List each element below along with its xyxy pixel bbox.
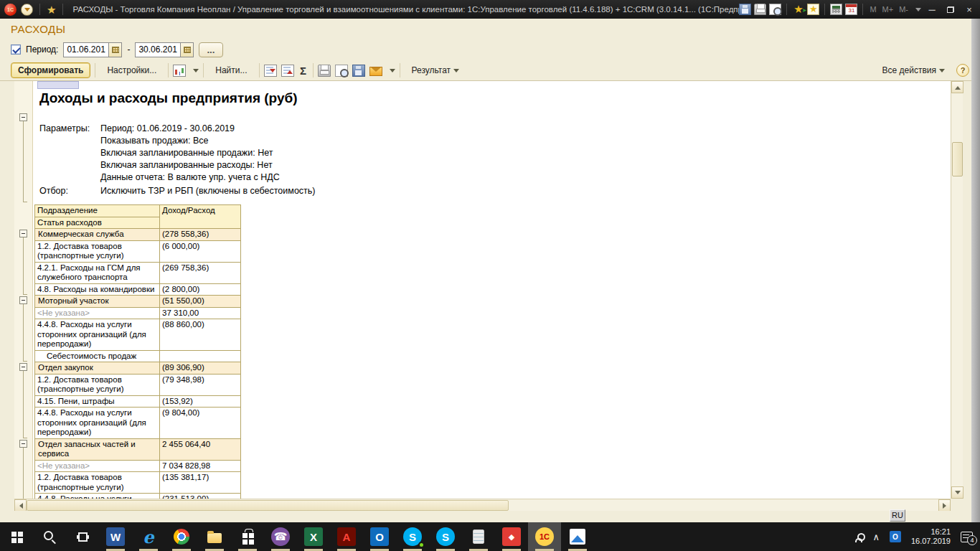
table-row[interactable]: 4.4.8. Расходы на услуги сторонних орган… xyxy=(35,494,241,499)
horizontal-scroll-thumb[interactable] xyxy=(27,500,509,511)
table-row[interactable]: <Не указана>7 034 828,98 xyxy=(35,460,241,472)
outlook-icon[interactable]: O xyxy=(363,522,396,551)
cell-expense-item[interactable]: Отдел закупок xyxy=(35,362,160,375)
table-row[interactable]: 4.4.8. Расходы на услуги сторонних орган… xyxy=(35,408,241,439)
1c-app-icon[interactable]: 1С xyxy=(4,4,17,16)
result-menu-button[interactable]: Результат xyxy=(405,62,467,78)
cell-amount[interactable]: 7 034 828,98 xyxy=(160,460,241,472)
cell-expense-item[interactable]: 1.2. Доставка товаров (транспортные услу… xyxy=(35,240,160,262)
collapse-group-toggle[interactable] xyxy=(19,296,27,304)
cell-expense-item[interactable]: 4.4.8. Расходы на услуги сторонних орган… xyxy=(35,494,160,499)
chrome-icon[interactable] xyxy=(165,522,198,551)
cell-amount[interactable]: (153,92) xyxy=(160,395,241,408)
settings-button[interactable]: Настройки... xyxy=(100,62,164,78)
cell-expense-item[interactable]: Моторный участок xyxy=(35,296,160,308)
search-button[interactable] xyxy=(33,522,66,551)
file-explorer-icon[interactable] xyxy=(198,522,231,551)
memory-m-minus-button[interactable]: M- xyxy=(897,5,910,14)
memory-m-button[interactable]: M xyxy=(868,5,877,14)
print-preview-icon[interactable] xyxy=(769,4,781,15)
cell-expense-item[interactable]: Отдел запасных частей и сервиса xyxy=(35,438,160,460)
chevron-down-icon[interactable] xyxy=(193,69,199,75)
collapse-group-toggle[interactable] xyxy=(19,440,27,448)
outlook-tray-icon[interactable]: O xyxy=(890,531,901,542)
print-icon[interactable] xyxy=(754,4,766,15)
table-row[interactable]: 1.2. Доставка товаров (транспортные услу… xyxy=(35,472,241,494)
skype-icon[interactable]: S xyxy=(396,522,429,551)
autosum-icon[interactable]: Σ xyxy=(298,65,308,77)
cell-expense-item[interactable]: <Не указана> xyxy=(35,460,160,472)
cell-amount[interactable]: (6 000,00) xyxy=(160,240,241,262)
generate-report-button[interactable]: Сформировать xyxy=(11,62,90,78)
chevron-down-icon[interactable] xyxy=(915,8,921,14)
taskbar-clock[interactable]: 16:21 16.07.2019 xyxy=(911,527,951,546)
store-icon[interactable] xyxy=(231,522,264,551)
cell-amount[interactable] xyxy=(160,350,241,362)
cell-expense-item[interactable]: 1.2. Доставка товаров (транспортные услу… xyxy=(35,374,160,395)
help-button[interactable]: ? xyxy=(956,64,969,77)
cell-expense-item[interactable]: 4.4.8. Расходы на услуги сторонних орган… xyxy=(35,408,160,439)
people-tray-icon[interactable] xyxy=(855,538,862,542)
cell-amount[interactable]: (79 348,98) xyxy=(160,374,241,395)
cell-amount[interactable]: (51 550,00) xyxy=(160,296,241,308)
start-button[interactable] xyxy=(0,522,33,551)
cell-amount[interactable]: (135 381,17) xyxy=(160,472,241,494)
cell-amount[interactable]: (88 860,00) xyxy=(160,319,241,351)
scroll-right-button[interactable] xyxy=(938,499,951,512)
action-center-icon[interactable]: 4 xyxy=(961,532,973,542)
table-row[interactable]: 4.8. Расходы на командировки(2 800,00) xyxy=(35,283,241,296)
photos-icon[interactable] xyxy=(561,522,594,551)
save-icon[interactable] xyxy=(739,4,751,15)
edge-icon[interactable]: e xyxy=(132,522,165,551)
date-picker-button[interactable] xyxy=(108,43,121,57)
minimize-button[interactable]: ─ xyxy=(924,4,940,15)
group-row[interactable]: Отдел запасных частей и сервиса2 455 064… xyxy=(35,438,241,460)
table-row[interactable]: 4.2.1. Расходы на ГСМ для служебного тра… xyxy=(35,262,241,283)
cell-amount[interactable]: (231 513,00) xyxy=(160,494,241,499)
skype-2-icon[interactable]: S xyxy=(429,522,462,551)
expand-groups-icon[interactable] xyxy=(264,65,277,77)
find-button[interactable]: Найти... xyxy=(208,62,254,78)
group-row[interactable]: Коммерческая служба(278 558,36) xyxy=(35,229,241,241)
diamonds-app-icon[interactable]: ◆ xyxy=(495,522,528,551)
scroll-up-button[interactable] xyxy=(951,81,963,93)
cell-expense-item[interactable]: <Не указана> xyxy=(35,307,160,319)
cell-amount[interactable]: 37 310,00 xyxy=(160,307,241,319)
task-view-button[interactable] xyxy=(66,522,99,551)
horizontal-scrollbar[interactable] xyxy=(14,499,951,511)
period-from-input[interactable] xyxy=(64,43,108,57)
favorites-icon[interactable]: ★ xyxy=(807,4,819,15)
group-row[interactable]: Моторный участок(51 550,00) xyxy=(35,296,241,308)
table-row[interactable]: <Не указана>37 310,00 xyxy=(35,307,241,319)
report-variants-icon[interactable] xyxy=(173,65,186,77)
vertical-scroll-thumb[interactable] xyxy=(952,142,963,176)
send-email-icon[interactable] xyxy=(369,67,382,76)
chevron-down-icon[interactable] xyxy=(390,69,395,75)
table-row[interactable]: 1.2. Доставка товаров (транспортные услу… xyxy=(35,240,241,262)
add-favorite-icon[interactable]: ★ xyxy=(792,4,804,15)
vertical-scrollbar[interactable] xyxy=(951,81,963,499)
cell-expense-item[interactable]: 4.15. Пени, штрафы xyxy=(35,395,160,408)
column-header-expense-item[interactable]: Статья расходов xyxy=(35,217,160,229)
language-indicator[interactable]: RU xyxy=(890,509,905,522)
excel-icon[interactable]: X xyxy=(297,522,330,551)
main-menu-dropdown-button[interactable] xyxy=(21,4,33,16)
scroll-down-button[interactable] xyxy=(951,486,963,499)
word-icon[interactable]: W xyxy=(99,522,132,551)
scroll-left-button[interactable] xyxy=(14,499,27,512)
collapse-groups-icon[interactable] xyxy=(281,65,294,77)
memory-m-plus-button[interactable]: M+ xyxy=(881,5,895,14)
collapse-group-toggle[interactable] xyxy=(19,363,27,371)
column-header-income-expense[interactable]: Доход/Расход xyxy=(160,205,241,229)
cell-expense-item[interactable]: 4.2.1. Расходы на ГСМ для служебного тра… xyxy=(35,262,160,283)
date-picker-button[interactable] xyxy=(180,43,193,57)
cell-amount[interactable]: (2 800,00) xyxy=(160,283,241,296)
cell-amount[interactable]: (89 306,90) xyxy=(160,362,241,375)
cell-amount[interactable]: (269 758,36) xyxy=(160,262,241,283)
report-title[interactable]: Доходы и расходы предприятия (руб) xyxy=(39,90,298,106)
cell-amount[interactable]: (278 558,36) xyxy=(160,229,241,241)
1c-enterprise-icon[interactable]: 1С xyxy=(528,522,561,551)
all-actions-button[interactable]: Все действия xyxy=(875,62,952,78)
save-icon[interactable] xyxy=(352,65,365,77)
restore-button[interactable] xyxy=(943,4,958,15)
